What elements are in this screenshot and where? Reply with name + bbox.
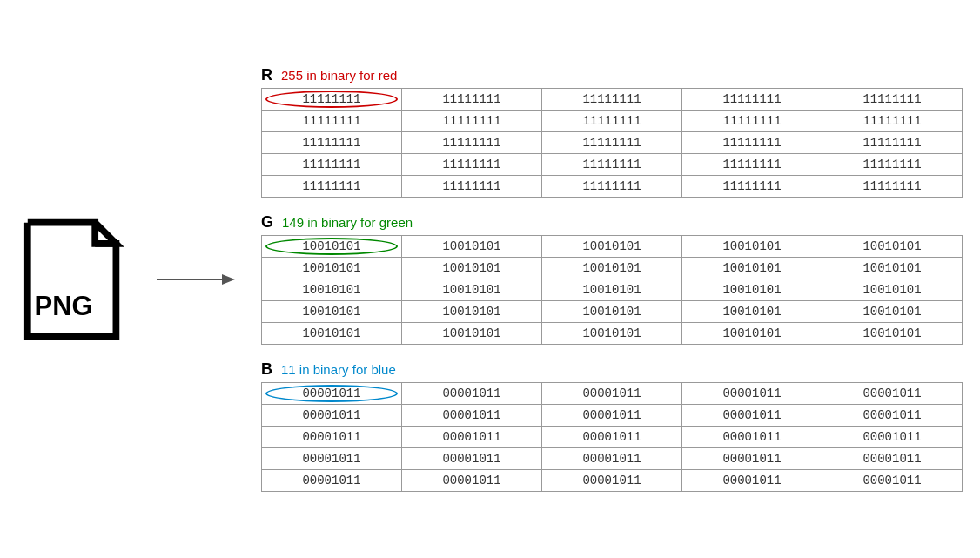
table-row: 1001010110010101100101011001010110010101 — [262, 236, 963, 258]
png-file-icon-wrapper: PNG — [17, 214, 131, 345]
binary-cell: 10010101 — [542, 279, 682, 301]
binary-cell: 00001011 — [402, 405, 542, 427]
png-file-svg: PNG — [17, 214, 131, 345]
binary-cell: 11111111 — [542, 132, 682, 154]
binary-cell: 00001011 — [542, 470, 682, 492]
binary-cell: 00001011 — [682, 383, 822, 405]
table-row: 1001010110010101100101011001010110010101 — [262, 301, 963, 323]
binary-cell: 11111111 — [262, 89, 402, 111]
binary-cell: 00001011 — [822, 470, 963, 492]
binary-cell: 00001011 — [542, 383, 682, 405]
binary-cell: 11111111 — [402, 132, 542, 154]
binary-cell: 00001011 — [402, 427, 542, 448]
svg-text:PNG: PNG — [35, 291, 93, 321]
binary-cell: 10010101 — [402, 301, 542, 323]
binary-cell: 11111111 — [402, 111, 542, 132]
binary-cell: 11111111 — [542, 111, 682, 132]
binary-cell: 00001011 — [542, 405, 682, 427]
binary-cell: 10010101 — [542, 323, 682, 345]
green-binary-table: 1001010110010101100101011001010110010101… — [261, 235, 963, 345]
table-row: 1111111111111111111111111111111111111111 — [262, 176, 963, 198]
binary-cell: 10010101 — [822, 258, 963, 279]
green-channel-header: G 149 in binary for green — [261, 213, 963, 232]
binary-cell: 10010101 — [262, 258, 402, 279]
binary-cell: 00001011 — [682, 470, 822, 492]
binary-cell: 00001011 — [542, 448, 682, 470]
binary-cell: 11111111 — [262, 132, 402, 154]
binary-cell: 00001011 — [822, 427, 963, 448]
table-row: 0000101100001011000010110000101100001011 — [262, 383, 963, 405]
red-channel-annotation: 255 in binary for red — [281, 68, 397, 83]
binary-cell: 00001011 — [682, 427, 822, 448]
svg-marker-2 — [222, 274, 235, 285]
binary-cell: 11111111 — [682, 132, 822, 154]
binary-cell: 11111111 — [822, 111, 963, 132]
table-row: 1001010110010101100101011001010110010101 — [262, 258, 963, 279]
table-row: 0000101100001011000010110000101100001011 — [262, 470, 963, 492]
binary-cell: 11111111 — [262, 176, 402, 198]
binary-cell: 11111111 — [542, 176, 682, 198]
binary-cell: 11111111 — [822, 132, 963, 154]
binary-cell: 10010101 — [402, 236, 542, 258]
binary-cell: 00001011 — [402, 448, 542, 470]
binary-cell: 10010101 — [822, 301, 963, 323]
binary-cell: 11111111 — [402, 154, 542, 176]
binary-cell: 10010101 — [262, 301, 402, 323]
binary-cell: 00001011 — [822, 448, 963, 470]
binary-cell: 00001011 — [262, 383, 402, 405]
binary-cell: 11111111 — [682, 111, 822, 132]
tables-area: R 255 in binary for red 1111111111111111… — [261, 66, 963, 492]
table-row: 0000101100001011000010110000101100001011 — [262, 405, 963, 427]
binary-cell: 00001011 — [402, 383, 542, 405]
red-channel-header: R 255 in binary for red — [261, 66, 963, 84]
binary-cell: 00001011 — [542, 427, 682, 448]
binary-cell: 10010101 — [542, 236, 682, 258]
red-binary-table: 1111111111111111111111111111111111111111… — [261, 88, 963, 198]
binary-cell: 10010101 — [262, 236, 402, 258]
binary-cell: 11111111 — [682, 89, 822, 111]
table-row: 1001010110010101100101011001010110010101 — [262, 323, 963, 345]
binary-cell: 11111111 — [542, 154, 682, 176]
binary-cell: 00001011 — [262, 470, 402, 492]
table-row: 1111111111111111111111111111111111111111 — [262, 89, 963, 111]
binary-cell: 10010101 — [822, 236, 963, 258]
red-channel-label: R — [261, 66, 272, 84]
table-row: 1111111111111111111111111111111111111111 — [262, 154, 963, 176]
table-row: 1111111111111111111111111111111111111111 — [262, 132, 963, 154]
binary-cell: 10010101 — [262, 279, 402, 301]
binary-cell: 10010101 — [682, 279, 822, 301]
binary-cell: 00001011 — [822, 383, 963, 405]
binary-cell: 00001011 — [682, 448, 822, 470]
binary-cell: 00001011 — [402, 470, 542, 492]
binary-cell: 10010101 — [682, 323, 822, 345]
binary-cell: 11111111 — [262, 154, 402, 176]
red-channel-section: R 255 in binary for red 1111111111111111… — [261, 66, 963, 198]
blue-channel-annotation: 11 in binary for blue — [281, 362, 396, 377]
arrow-svg — [157, 271, 235, 288]
binary-cell: 11111111 — [542, 89, 682, 111]
binary-cell: 11111111 — [822, 154, 963, 176]
blue-channel-label: B — [261, 360, 272, 379]
binary-cell: 10010101 — [402, 279, 542, 301]
green-channel-annotation: 149 in binary for green — [282, 215, 413, 230]
arrow-wrapper — [157, 271, 235, 288]
binary-cell: 11111111 — [262, 111, 402, 132]
binary-cell: 11111111 — [822, 89, 963, 111]
binary-cell: 10010101 — [682, 236, 822, 258]
binary-cell: 11111111 — [682, 154, 822, 176]
binary-cell: 10010101 — [262, 323, 402, 345]
binary-cell: 10010101 — [402, 258, 542, 279]
binary-cell: 11111111 — [822, 176, 963, 198]
table-row: 0000101100001011000010110000101100001011 — [262, 448, 963, 470]
binary-cell: 11111111 — [402, 176, 542, 198]
binary-cell: 10010101 — [542, 258, 682, 279]
binary-cell: 10010101 — [682, 258, 822, 279]
table-row: 1001010110010101100101011001010110010101 — [262, 279, 963, 301]
binary-cell: 10010101 — [682, 301, 822, 323]
binary-cell: 00001011 — [262, 405, 402, 427]
main-container: PNG R 255 in binary for red 111111111111… — [0, 0, 980, 558]
blue-binary-table: 0000101100001011000010110000101100001011… — [261, 382, 963, 492]
binary-cell: 10010101 — [542, 301, 682, 323]
green-channel-section: G 149 in binary for green 10010101100101… — [261, 213, 963, 345]
blue-channel-section: B 11 in binary for blue 0000101100001011… — [261, 360, 963, 492]
